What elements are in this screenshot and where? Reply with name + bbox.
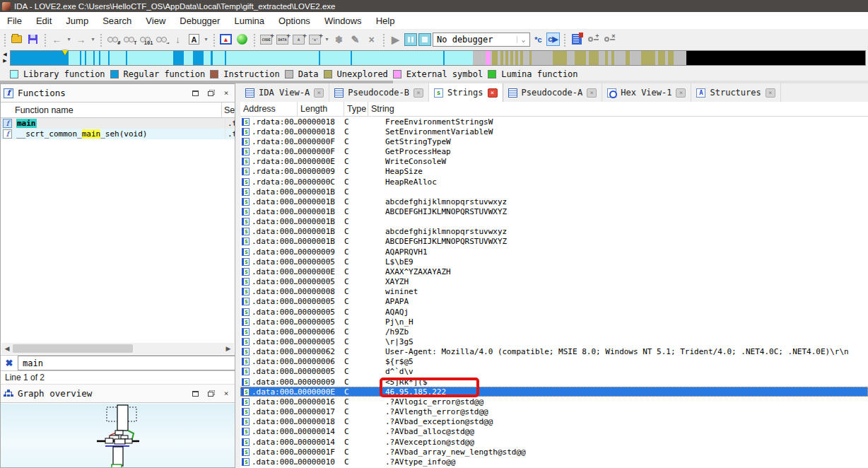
close-panel-button[interactable]: × (221, 389, 232, 398)
string-row[interactable]: s.data:000…00000014C.?AVexception@std@@ (240, 437, 868, 447)
string-row[interactable]: s.data:000…0000001BCABCDEFGHIJKLMNOPQRST… (240, 237, 868, 247)
string-row[interactable]: s.data:000…00000018C.?AVbad_exception@st… (240, 417, 868, 427)
make-string-caret[interactable]: ▾ (324, 36, 330, 42)
menu-file[interactable]: File (0, 13, 29, 28)
string-row[interactable]: s.data:000…0000000EC46.95.185.222 (240, 387, 868, 397)
string-row[interactable]: s.rdata:00…0000000FCGetStringTypeW (240, 136, 868, 146)
float-panel-button[interactable] (205, 88, 216, 98)
string-row[interactable]: s.data:000…0000001BC (240, 217, 868, 227)
float-panel-button[interactable] (205, 389, 216, 398)
menu-lumina[interactable]: Lumina (227, 13, 271, 28)
run-script-button[interactable]: c▶ (546, 33, 560, 46)
string-row[interactable]: s.data:000…00000005CPj\n_H (240, 317, 868, 327)
menu-windows[interactable]: Windows (317, 13, 369, 28)
navigate-back-button[interactable]: ← (49, 32, 64, 47)
text-options-button[interactable]: A (187, 32, 201, 47)
maximize-panel-button[interactable] (189, 389, 201, 398)
string-row[interactable]: s.data:000…0000001FC.?AVbad_array_new_le… (240, 447, 868, 457)
string-row[interactable]: s.data:000…00000005C\r|3gS (240, 337, 868, 346)
string-row[interactable]: s.data:000…00000014C.?AVbad_alloc@std@@ (240, 427, 868, 437)
tab-close-icon[interactable]: × (766, 88, 775, 98)
string-row[interactable]: s.data:000…00000005CXAYZH (240, 277, 868, 287)
menu-search[interactable]: Search (95, 13, 139, 28)
tab-ida-view-a[interactable]: IDA View-A× (240, 83, 329, 102)
string-row[interactable]: s.data:000…00000062CUser-Agent: Mozilla/… (240, 347, 868, 357)
maximize-panel-button[interactable] (189, 88, 201, 98)
tab-close-icon[interactable]: × (414, 88, 423, 98)
make-data-button[interactable]: DATA+ (275, 32, 290, 47)
tab-strings[interactable]: sStrings× (429, 83, 503, 102)
menu-view[interactable]: View (139, 13, 172, 28)
string-row[interactable]: s.data:000…00000005Cd^`d\v (240, 367, 868, 377)
string-row[interactable]: s.rdata:00…00000018CSetEnvironmentVariab… (240, 127, 868, 136)
string-row[interactable]: s.data:000…00000006C/h9Zb (240, 327, 868, 337)
string-row[interactable]: s.data:000…00000005CAQAQj (240, 307, 868, 317)
toolbar-handle[interactable] (252, 33, 256, 47)
jump-down-button[interactable]: ↓ (170, 32, 185, 47)
column-type[interactable]: Type (344, 102, 368, 116)
toolbar-handle[interactable] (382, 33, 385, 47)
edit-button[interactable]: ✎ (348, 32, 363, 47)
string-row[interactable]: s.rdata:00…00000009CHeapSize (240, 167, 868, 177)
tab-hex-view-1[interactable]: Hex View-1× (602, 83, 691, 102)
jump-name-button[interactable]: T (122, 32, 136, 47)
string-row[interactable]: s.rdata:00…0000000ECWriteConsoleW (240, 157, 868, 167)
panel-splitter[interactable] (235, 83, 240, 468)
navigator-scroll-arrows[interactable]: ◀▶ (1, 51, 8, 65)
functions-filter-input[interactable] (18, 356, 235, 370)
clear-filter-icon[interactable]: ✖ (1, 358, 18, 368)
string-row[interactable]: s.rdata:00…0000000FCGetProcessHeap (240, 146, 868, 156)
string-row[interactable]: s.data:000…00000008Cwininet (240, 287, 868, 297)
column-string[interactable]: String (368, 102, 868, 116)
strings-column-header[interactable]: Address Length Type String (240, 102, 868, 117)
database-notepad-button[interactable] (569, 32, 584, 47)
string-row[interactable]: s.rdata:00…0000000CCHeapReAlloc (240, 177, 868, 187)
text-options-caret[interactable]: ▾ (203, 36, 209, 42)
back-history-caret[interactable]: ▾ (66, 36, 72, 42)
column-address[interactable]: Address (240, 102, 298, 116)
tab-close-icon[interactable]: × (488, 88, 498, 98)
string-row[interactable]: s.data:000…0000001BC (240, 187, 868, 197)
delete-key-button[interactable]: × (602, 32, 616, 47)
make-string-button[interactable]: 's'+ (307, 32, 322, 47)
make-name-button[interactable]: A+ (291, 32, 306, 47)
tab-pseudocode-b[interactable]: Pseudocode-B× (329, 83, 429, 102)
delete-button[interactable]: × (364, 32, 379, 47)
pause-process-button[interactable] (404, 33, 417, 46)
undefine-button[interactable]: ❄ (332, 32, 346, 47)
string-row[interactable]: s.data:000…00000017C.?AVlength_error@std… (240, 407, 868, 417)
column-length[interactable]: Length (298, 102, 344, 116)
graph-overview-header[interactable]: Graph overview × (1, 385, 235, 403)
jump-address-button[interactable]: # (105, 32, 120, 47)
string-row[interactable]: s.data:000…00000009C<5]Rk*]($ (240, 377, 868, 387)
make-code-button[interactable]: CODE+ (259, 32, 274, 47)
continue-process-button[interactable]: ▶ (388, 32, 403, 47)
scroll-right-icon[interactable]: ▶ (223, 345, 234, 352)
debugger-select-arrow-icon[interactable]: ⌄ (517, 36, 529, 43)
problems-button[interactable]: ▲ (218, 32, 233, 47)
debugger-select[interactable]: No debugger ⌄ (433, 33, 530, 47)
tab-structures[interactable]: AStructures× (691, 83, 780, 102)
navigation-band[interactable] (10, 50, 866, 66)
graph-overview-canvas[interactable] (1, 404, 235, 467)
functions-column-header[interactable]: Function name Se (1, 103, 235, 118)
string-row[interactable]: s.data:000…00000005CAPAPA (240, 297, 868, 307)
add-key-button[interactable]: + (585, 32, 600, 47)
stop-process-button[interactable] (418, 33, 431, 46)
menu-help[interactable]: Help (369, 13, 402, 28)
tab-close-icon[interactable]: × (587, 88, 597, 98)
toolbar-handle[interactable] (563, 33, 566, 47)
functions-panel-header[interactable]: f Functions × (1, 84, 235, 103)
column-segment[interactable]: Se (222, 105, 235, 115)
string-row[interactable]: s.data:000…00000005CL$\bE9 (240, 257, 868, 267)
toolbar-handle[interactable] (212, 33, 216, 47)
string-row[interactable]: s.data:000…00000016C.?AVlogic_error@std@… (240, 397, 868, 406)
string-row[interactable]: s.data:000…00000009CAQAPRQVH1 (240, 247, 868, 257)
forward-history-caret[interactable]: ▾ (90, 36, 96, 42)
navigate-forward-button[interactable]: → (74, 32, 88, 47)
string-row[interactable]: s.data:000…0000000ECAXAX^YZAXAYAZH (240, 267, 868, 276)
compile-script-button[interactable]: *c (532, 33, 545, 46)
tab-close-icon[interactable]: × (314, 88, 324, 98)
search-next-button[interactable]: → (154, 32, 169, 47)
toolbar-handle[interactable] (43, 33, 47, 47)
